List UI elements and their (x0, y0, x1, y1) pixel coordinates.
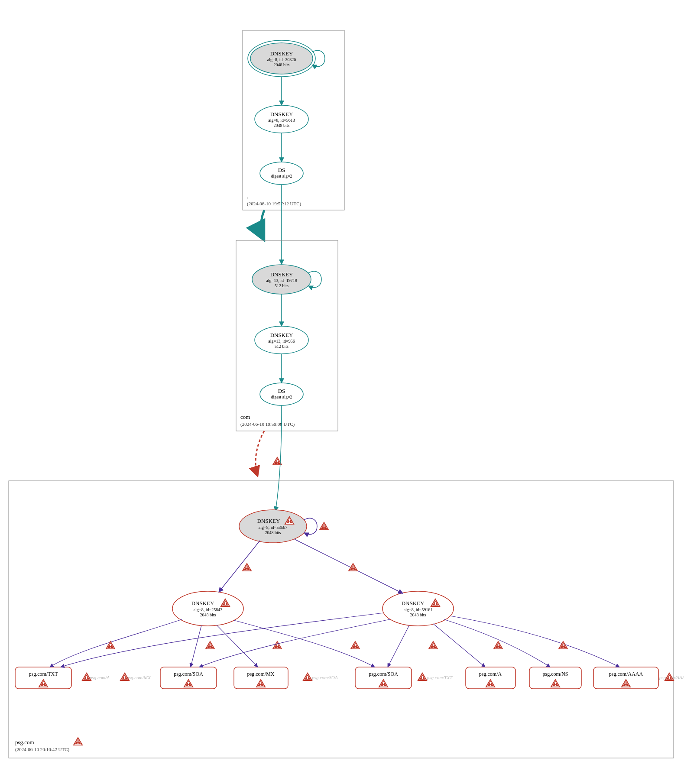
svg-text:psg.com/NS: psg.com/NS (542, 671, 568, 677)
svg-text:alg=13, id=19718: alg=13, id=19718 (266, 278, 297, 283)
warn-icon (106, 641, 115, 649)
svg-text:DNSKEY: DNSKEY (270, 332, 293, 338)
svg-text:DS: DS (278, 388, 285, 394)
node-psg-zsk1: DNSKEY alg=8, id=25843 2048 bits (172, 591, 243, 626)
svg-text:alg=8, id=53567: alg=8, id=53567 (259, 525, 287, 530)
svg-text:DS: DS (278, 167, 285, 173)
svg-text:DNSKEY: DNSKEY (270, 271, 293, 278)
svg-point-22 (260, 383, 303, 405)
warn-icon (206, 641, 214, 649)
svg-text:alg=13, id=956: alg=13, id=956 (268, 339, 295, 343)
node-com-zsk: DNSKEY alg=13, id=956 512 bits (255, 326, 308, 354)
rrset-aaaa: psg.com/AAAA (593, 667, 658, 689)
edge-z2-soa2 (388, 625, 409, 667)
edge-z1-mx (217, 625, 258, 667)
edge-com-deleg-dashed (256, 431, 264, 476)
zone-name-root: . (247, 193, 248, 200)
zone-name-com: com (240, 414, 250, 420)
node-root-ksk: DNSKEY alg=8, id=20326 2048 bits (248, 40, 315, 77)
svg-text:alg=8, id=5613: alg=8, id=5613 (268, 118, 295, 123)
svg-text:DNSKEY: DNSKEY (270, 111, 293, 117)
svg-text:alg=8, id=25843: alg=8, id=25843 (194, 607, 222, 612)
rrset-soa1: psg.com/SOA (160, 667, 217, 689)
svg-text:DNSKEY: DNSKEY (270, 50, 293, 57)
warn-icon (243, 564, 251, 571)
warn-icon (494, 641, 502, 649)
warn-icon (74, 738, 82, 745)
svg-point-11 (260, 162, 303, 185)
ghost-a: psg.com/A (89, 675, 110, 680)
svg-text:2048 bits: 2048 bits (274, 123, 290, 128)
edge-psg-ksk-zsk2 (295, 539, 403, 593)
rrset-a: psg.com/A (466, 667, 515, 689)
ghost-mx: psg.com/MX (126, 675, 151, 680)
warn-icon (303, 673, 312, 680)
zone-ts-com: (2024-06-10 19:59:08 UTC) (240, 421, 295, 427)
edge-z1-soa1 (191, 625, 201, 667)
warn-icon (429, 641, 438, 649)
rrset-ns: psg.com/NS (529, 667, 581, 689)
warn-icon (418, 673, 427, 680)
zone-name-psg: psg.com (15, 739, 34, 745)
node-com-ksk: DNSKEY alg=13, id=19718 512 bits (252, 265, 311, 294)
node-com-ds: DS digest alg=2 (260, 383, 303, 405)
zone-ts-psg: (2024-06-10 20:10:42 UTC) (15, 747, 70, 752)
svg-text:digest alg=2: digest alg=2 (271, 395, 292, 399)
svg-text:digest alg=2: digest alg=2 (271, 174, 292, 178)
svg-text:2048 bits: 2048 bits (274, 62, 290, 67)
svg-text:512 bits: 512 bits (275, 283, 289, 288)
edge-z2-a (433, 624, 485, 667)
zone-ts-root: (2024-06-10 19:57:12 UTC) (247, 201, 301, 207)
node-root-zsk: DNSKEY alg=8, id=5613 2048 bits (255, 105, 308, 133)
ghost-soa: psg.com/SOA (311, 675, 338, 680)
edge-z2-soa1 (199, 619, 390, 667)
svg-text:2048 bits: 2048 bits (410, 612, 426, 617)
svg-text:psg.com/SOA: psg.com/SOA (174, 671, 203, 677)
svg-text:psg.com/AAAA: psg.com/AAAA (609, 671, 643, 677)
warn-icon (320, 522, 328, 530)
rrset-soa2: psg.com/SOA (355, 667, 412, 689)
svg-text:alg=8, id=59161: alg=8, id=59161 (404, 607, 432, 612)
edge-root-deleg-thick (261, 210, 265, 240)
svg-text:DNSKEY: DNSKEY (402, 600, 425, 606)
svg-text:alg=8, id=20326: alg=8, id=20326 (267, 57, 296, 62)
edge-psg-ksk-zsk1 (219, 541, 260, 592)
edge-z1-txt (50, 619, 182, 667)
svg-text:psg.com/A: psg.com/A (479, 671, 502, 677)
dnssec-diagram: . (2024-06-10 19:57:12 UTC) DNSKEY alg=8… (0, 0, 684, 784)
svg-text:2048 bits: 2048 bits (265, 530, 281, 535)
svg-text:DNSKEY: DNSKEY (191, 600, 214, 606)
node-psg-zsk2: DNSKEY alg=8, id=59161 2048 bits (383, 591, 454, 626)
ghost-txt: psg.com/TXT (427, 675, 453, 680)
svg-text:psg.com/TXT: psg.com/TXT (29, 671, 58, 677)
rrset-mx: psg.com/MX (234, 667, 288, 689)
node-root-ds: DS digest alg=2 (260, 162, 303, 185)
svg-text:512 bits: 512 bits (275, 344, 289, 349)
rrset-txt: psg.com/TXT (15, 667, 71, 689)
warn-icon (273, 641, 282, 649)
svg-text:DNSKEY: DNSKEY (257, 518, 280, 524)
node-psg-ksk: DNSKEY alg=8, id=53567 2048 bits (239, 510, 307, 543)
zone-box-psg (9, 481, 674, 758)
svg-text:psg.com/MX: psg.com/MX (247, 671, 275, 677)
svg-text:psg.com/SOA: psg.com/SOA (369, 671, 398, 677)
warn-icon (351, 641, 360, 649)
svg-text:2048 bits: 2048 bits (200, 612, 216, 617)
